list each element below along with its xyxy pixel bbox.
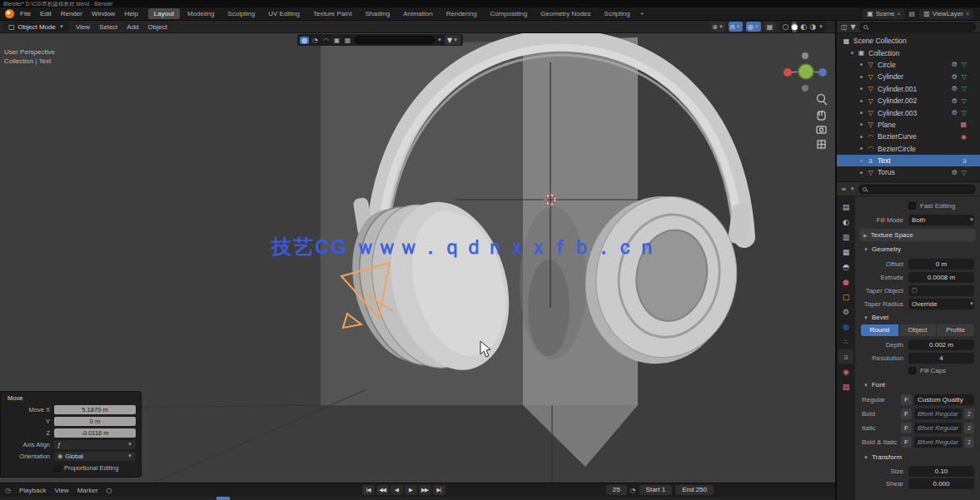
properties-tab-tool[interactable]: ▤	[838, 200, 853, 214]
orientation-field[interactable]: ⊕ Global ▼	[54, 452, 136, 461]
image-icon[interactable]: ▦	[960, 121, 967, 128]
modifier-icon[interactable]: ⚙	[952, 61, 958, 68]
disclosure-dot[interactable]	[860, 171, 863, 174]
font-file-icon[interactable]: F	[901, 423, 912, 433]
orientation-globe-icon[interactable]: ⊕▼	[710, 22, 725, 32]
properties-tab-material[interactable]: ◉	[838, 364, 853, 379]
current-frame-field[interactable]: 25	[606, 485, 627, 495]
bevel-tab-round[interactable]: Round	[861, 324, 899, 336]
bevel-tab-object[interactable]: Object	[899, 324, 938, 336]
disclosure-dot[interactable]	[860, 111, 863, 114]
outliner-row-cylinder[interactable]: ▽Cylinder⚙▽	[837, 71, 980, 82]
snap-magnet-icon[interactable]: ∩▼	[729, 22, 743, 32]
font-users-badge[interactable]: 2	[964, 408, 974, 419]
reference-plane-bottom-wedge[interactable]	[523, 405, 638, 467]
properties-tab-physics[interactable]: ◎	[838, 319, 853, 334]
menu-help[interactable]: Help	[124, 10, 137, 17]
font-panel[interactable]: ▼ Font	[859, 379, 976, 391]
disclosure-dot[interactable]	[860, 76, 863, 78]
viewport-menu-view[interactable]: View	[76, 23, 90, 31]
outliner-search-input[interactable]	[870, 24, 972, 30]
tab-shading[interactable]: Shading	[360, 8, 395, 19]
properties-tab-modifiers[interactable]: ⚙	[838, 304, 853, 319]
tab-modeling[interactable]: Modeling	[182, 8, 220, 19]
tab-sculpting[interactable]: Sculpting	[221, 8, 261, 19]
add-workspace-button[interactable]: +	[636, 8, 649, 19]
disclosure-dot[interactable]	[860, 63, 863, 66]
font-bold-italic-value[interactable]: Bfont Regular	[914, 437, 962, 448]
outliner-row-cylinder-002[interactable]: ▽Cylinder.002⚙▽	[837, 95, 980, 106]
filter-search-input[interactable]	[355, 36, 435, 44]
mesh-data-icon[interactable]: ▽	[962, 61, 967, 68]
3d-viewport[interactable]: User Perspective Collection | Text ◍◔◠▣▦…	[0, 33, 835, 483]
prev-keyframe-button[interactable]: ◀◀	[376, 485, 389, 495]
tab-animation[interactable]: Animation	[397, 8, 439, 19]
properties-tab-world[interactable]: ●	[838, 275, 853, 289]
taper-radius-dropdown[interactable]: Override ▼	[908, 299, 974, 309]
shading-rendered-icon[interactable]: ◑	[809, 22, 816, 32]
material-icon[interactable]: ◉	[961, 133, 967, 141]
offset-field[interactable]: 0 m	[908, 259, 974, 270]
outliner-row-text[interactable]: aTexta	[837, 155, 980, 166]
sync-icon[interactable]: ◔	[630, 487, 636, 494]
shear-field[interactable]: 0.000	[908, 478, 974, 489]
operator-title[interactable]: Move	[1, 394, 141, 403]
filter-render-icon[interactable]: ◔	[311, 37, 320, 44]
text-data-icon[interactable]: a	[963, 157, 967, 165]
fast-editing-checkbox[interactable]	[908, 202, 916, 210]
zoom-icon[interactable]	[818, 95, 828, 106]
shading-material-icon[interactable]: ◐	[800, 22, 807, 32]
gizmo-axis-x[interactable]	[784, 68, 792, 77]
outliner-row-cylinder-003[interactable]: ▽Cylinder.003⚙▽	[837, 106, 980, 118]
fill-caps-checkbox[interactable]	[908, 367, 916, 374]
transform-panel[interactable]: ▼ Transform	[859, 451, 976, 463]
timeline-track[interactable]	[0, 497, 835, 500]
move-y-field[interactable]: 0 m	[54, 417, 136, 426]
size-field[interactable]: 0.10	[908, 466, 974, 477]
properties-search-input[interactable]	[869, 186, 972, 192]
tab-layout[interactable]: Layout	[148, 8, 180, 19]
properties-search[interactable]	[858, 185, 976, 194]
mesh-data-icon[interactable]: ▽	[962, 169, 967, 176]
font-regular-value[interactable]: Custom Quality	[914, 394, 974, 405]
bevel-panel[interactable]: ▼ Bevel	[859, 312, 976, 323]
bevel-tab-profile[interactable]: Profile	[937, 324, 974, 336]
jump-start-button[interactable]: |◀	[362, 485, 375, 495]
gizmo-icon[interactable]: ▦	[764, 22, 776, 32]
view-layer-selector[interactable]: ▥ ViewLayer ×	[919, 9, 973, 19]
gizmo-axis-z[interactable]	[802, 52, 808, 59]
modifier-icon[interactable]: ⚙	[952, 85, 958, 92]
tab-compositing[interactable]: Compositing	[485, 8, 533, 19]
chevron-down-icon[interactable]: ▼	[437, 37, 442, 42]
outliner-row-plane[interactable]: ▽Plane▦	[837, 119, 980, 131]
mesh-data-icon[interactable]: ▽	[962, 85, 967, 92]
camera-view-icon[interactable]	[817, 126, 826, 133]
mesh-data-icon[interactable]: ▽	[962, 109, 967, 116]
font-bold-value[interactable]: Bfont Regular	[914, 408, 962, 419]
outliner-row-torus[interactable]: ▽Torus⚙▽	[837, 166, 980, 178]
disclosure-dot[interactable]	[851, 52, 853, 54]
tab-texture-paint[interactable]: Texture Paint	[307, 8, 358, 19]
tab-rendering[interactable]: Rendering	[440, 8, 483, 19]
menu-file[interactable]: File	[20, 10, 31, 17]
filter-funnel-button[interactable]: ▼ ▼	[445, 35, 460, 45]
blender-logo-icon[interactable]	[5, 9, 14, 18]
font-file-icon[interactable]: F	[901, 394, 912, 405]
move-z-field[interactable]: -0.0116 m	[54, 428, 136, 438]
properties-tab-render[interactable]: ◐	[838, 215, 853, 229]
tab-scripting[interactable]: Scripting	[599, 8, 636, 19]
font-file-icon[interactable]: F	[901, 408, 912, 419]
properties-tab-object-data[interactable]: a	[838, 349, 853, 364]
view-layer-icon[interactable]: ▤	[909, 10, 916, 17]
resolution-field[interactable]: 4	[908, 353, 974, 364]
autokey-record-icon[interactable]: ○	[107, 487, 112, 494]
disclosure-dot[interactable]	[860, 100, 863, 102]
view-layer-close-icon[interactable]: ×	[966, 11, 969, 17]
font-file-icon[interactable]: F	[901, 437, 912, 448]
disclosure-dot[interactable]	[860, 147, 863, 150]
outliner-row-scene-collection[interactable]: ▦Scene Collection	[837, 35, 980, 47]
modifier-icon[interactable]: ⚙	[952, 109, 958, 116]
outliner-row-cylinder-001[interactable]: ▽Cylinder.001⚙▽	[837, 83, 980, 95]
viewport-menu-add[interactable]: Add	[127, 23, 138, 31]
end-frame-field[interactable]: End 250	[675, 485, 714, 495]
